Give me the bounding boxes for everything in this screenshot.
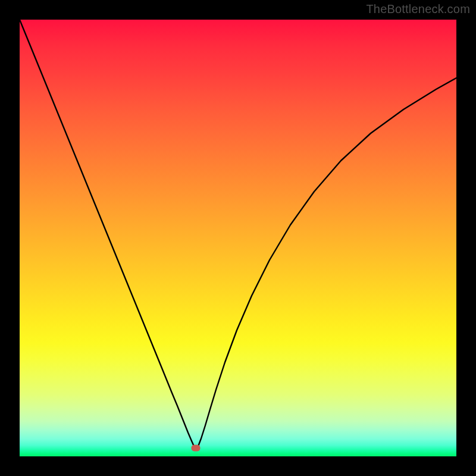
bottleneck-curve [20,20,456,456]
plot-area [20,20,456,456]
vertex-marker [192,445,201,452]
chart-frame: TheBottleneck.com [0,0,476,476]
watermark-text: TheBottleneck.com [366,2,470,16]
